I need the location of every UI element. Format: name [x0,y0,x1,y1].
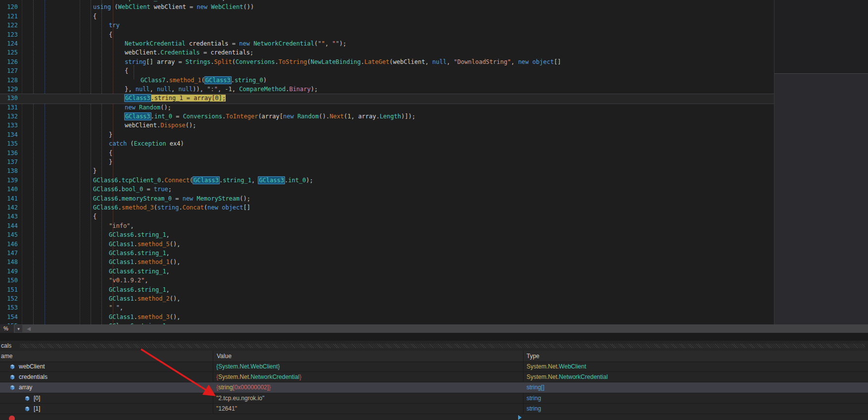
variable-value: "12641" [216,404,521,414]
line-number: 138 [0,166,18,175]
code-line[interactable]: 134} [0,130,774,139]
line-number: 144 [0,221,18,230]
variable-value: {System.Net.NetworkCredential} [216,372,521,382]
line-number: 133 [0,121,18,130]
line-number: 124 [0,39,18,48]
code-line[interactable]: 153" ", [0,303,774,312]
code-line[interactable]: 132GClass3.int_0 = Conversions.ToInteger… [0,112,774,121]
line-number: 131 [0,103,18,112]
code-line[interactable]: 130GClass3.string_1 = array[0]; [0,94,774,103]
locals-row[interactable]: [0]"2.tcp.eu.ngrok.io"string [0,393,868,404]
line-number: 147 [0,249,18,258]
local-variable-icon [9,384,16,391]
line-number: 129 [0,85,18,94]
exception-icon [9,416,15,420]
type-column-header[interactable]: Type [527,351,539,362]
code-line[interactable]: 144"info", [0,221,774,230]
line-number: 139 [0,176,18,185]
line-number: 149 [0,267,18,276]
line-number: 136 [0,149,18,158]
reference-highlight: GClass3 [204,76,232,84]
chevron-down-icon[interactable]: ▾ [14,324,23,333]
name-column-header[interactable]: ame [1,351,12,362]
reference-highlight: GClass3 [124,112,151,120]
locals-rows: webClient{System.Net.WebClient}System.Ne… [0,362,868,414]
line-number: 152 [0,294,18,303]
code-line[interactable]: 152GClass1.smethod_2(), [0,294,774,303]
code-line[interactable]: 123{ [0,30,774,39]
variable-type: System.Net.NetworkCredential [527,372,863,382]
variable-value: {System.Net.WebClient} [216,362,521,371]
line-number: 137 [0,158,18,166]
code-line[interactable]: 142GClass6.smethod_3(string.Concat(new o… [0,203,774,212]
variable-name: webClient [0,363,45,370]
horizontal-scrollbar[interactable]: % ▾ ◀ [0,324,868,333]
code-line[interactable]: 122try [0,21,774,30]
code-lines: 119GClass6.tcpClient_0.SendTimeout = -1;… [0,0,774,324]
code-line[interactable]: 151GClass6.string_1, [0,285,774,294]
code-line[interactable]: 124NetworkCredential credentials = new N… [0,39,774,48]
line-number: 143 [0,212,18,221]
code-line[interactable]: 148GClass1.smethod_1(), [0,258,774,266]
code-line[interactable]: 150"v0.1.9.2", [0,276,774,285]
code-line[interactable]: 125webClient.Credentials = credentials; [0,48,774,57]
line-number: 146 [0,240,18,249]
arrow-right-icon [518,415,522,420]
code-line[interactable]: 140GClass6.bool_0 = true; [0,185,774,194]
code-editor[interactable]: 119GClass6.tcpClient_0.SendTimeout = -1;… [0,0,774,324]
variable-name: [1] [0,405,40,412]
editor-right-margin-bottom [774,73,868,325]
code-line[interactable]: 146GClass1.smethod_5(), [0,240,774,249]
code-line[interactable]: 145GClass6.string_1, [0,230,774,239]
code-line[interactable]: 149GClass6.string_1, [0,267,774,276]
zoom-level-select[interactable]: % [0,324,14,333]
code-line[interactable]: 131new Random(); [0,103,774,112]
local-variable-icon [24,406,31,412]
code-line[interactable]: 136{ [0,149,774,158]
locals-row[interactable]: credentials{System.Net.NetworkCredential… [0,372,868,382]
code-line[interactable]: 135catch (Exception ex4) [0,139,774,148]
code-line[interactable]: 133webClient.Dispose(); [0,121,774,130]
locals-partial-row[interactable] [0,414,868,420]
line-number: 123 [0,30,18,39]
code-line[interactable]: 126string[] array = Strings.Split(Conver… [0,57,774,66]
variable-name: array [0,384,32,391]
panel-divider [0,333,868,341]
line-number: 132 [0,112,18,121]
line-number: 121 [0,12,18,21]
locals-row[interactable]: array{string[0x00000002]}string[] [0,382,868,393]
locals-row[interactable]: [1]"12641"string [0,404,868,414]
panel-title-hatch [20,344,865,348]
code-line[interactable]: 139GClass6.tcpClient_0.Connect(GClass3.s… [0,176,774,185]
code-line[interactable]: 137} [0,158,774,166]
code-line[interactable]: 128GClass7.smethod_1(GClass3.string_0) [0,76,774,85]
scroll-left-arrow-icon[interactable]: ◀ [25,324,33,333]
variable-type: System.Net.WebClient [527,362,863,371]
reference-highlight: GClass3 [193,176,220,184]
line-number: 140 [0,185,18,194]
local-variable-icon [9,364,16,370]
value-column-header[interactable]: Value [217,351,232,362]
line-number: 128 [0,76,18,85]
variable-value: "2.tcp.eu.ngrok.io" [216,393,521,403]
locals-panel: cals ame Value Type webClient{System.Net… [0,341,868,420]
locals-row[interactable]: webClient{System.Net.WebClient}System.Ne… [0,362,868,372]
code-line[interactable]: 121{ [0,12,774,21]
code-line[interactable]: 141GClass6.memoryStream_0 = new MemorySt… [0,194,774,203]
code-line[interactable]: 120using (WebClient webClient = new WebC… [0,2,774,11]
code-line[interactable]: 143{ [0,212,774,221]
line-number: 148 [0,258,18,266]
code-line[interactable]: 129}, null, null, null)), ":", -1, Compa… [0,85,774,94]
code-line[interactable]: 138} [0,166,774,175]
variable-name: [0] [0,395,40,402]
line-number: 130 [0,94,18,103]
local-variable-icon [9,374,16,380]
line-number: 127 [0,66,18,75]
code-line[interactable]: 154GClass1.smethod_3(), [0,313,774,321]
reference-highlight: GClass3 [258,176,285,184]
code-line[interactable]: 127{ [0,66,774,75]
line-number: 151 [0,285,18,294]
local-variable-icon [24,395,31,402]
line-number: 135 [0,139,18,148]
code-line[interactable]: 147GClass6.string_1, [0,249,774,258]
